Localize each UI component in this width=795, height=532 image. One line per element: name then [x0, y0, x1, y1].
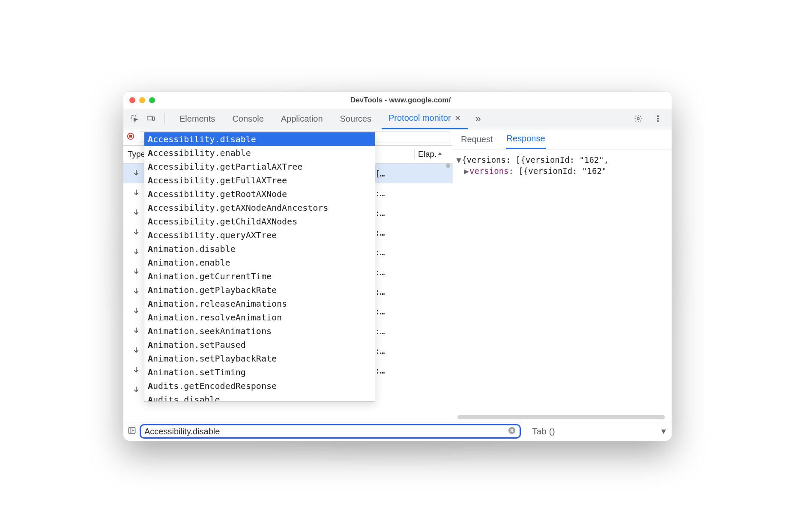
tab-protocol-monitor[interactable]: Protocol monitor ✕ — [382, 108, 468, 129]
arrow-down-icon — [132, 386, 140, 395]
horizontal-scrollbar[interactable] — [457, 415, 665, 419]
window-title: DevTools - www.google.com/ — [159, 96, 666, 105]
command-input-wrap — [140, 424, 521, 439]
autocomplete-item[interactable]: Animation.setPaused — [144, 338, 375, 352]
svg-point-5 — [658, 118, 659, 120]
footer-hint: Tab () — [532, 426, 656, 436]
tab-label: Protocol monitor — [389, 113, 451, 123]
response-tree[interactable]: ▼{versions: [{versionId: "162", ▶version… — [453, 150, 672, 422]
autocomplete-item[interactable]: Audits.disable — [144, 393, 375, 402]
arrow-down-icon — [132, 287, 140, 296]
autocomplete-item[interactable]: Animation.disable — [144, 242, 375, 256]
detail-pane: Request Response ▼{versions: [{versionId… — [453, 129, 672, 422]
tab-request[interactable]: Request — [460, 130, 494, 149]
autocomplete-item[interactable]: Accessibility.getPartialAXTree — [144, 160, 375, 173]
svg-rect-9 — [129, 427, 135, 433]
panel-tabs: Elements Console Application Sources Pro… — [173, 108, 628, 129]
autocomplete-item[interactable]: Accessibility.getChildAXNodes — [144, 215, 375, 228]
devtools-window: DevTools - www.google.com/ Elements Cons… — [123, 92, 672, 441]
autocomplete-item[interactable]: Animation.setPlaybackRate — [144, 352, 375, 365]
arrow-down-icon — [132, 169, 140, 178]
scroll-indicator[interactable] — [446, 164, 450, 168]
arrow-down-icon — [132, 228, 140, 237]
arrow-down-icon — [132, 346, 140, 356]
close-window-icon[interactable] — [129, 97, 135, 103]
svg-rect-8 — [129, 135, 132, 137]
chevron-down-icon[interactable]: ▼ — [660, 427, 667, 436]
gear-icon[interactable] — [632, 113, 644, 125]
kebab-menu-icon[interactable] — [652, 113, 664, 125]
maximize-window-icon[interactable] — [149, 97, 155, 103]
toolbar: Elements Console Application Sources Pro… — [123, 109, 672, 129]
autocomplete-item[interactable]: Accessibility.getAXNodeAndAncestors — [144, 201, 375, 215]
autocomplete-popup: Accessibility.disableAccessibility.enabl… — [144, 132, 375, 402]
tab-application[interactable]: Application — [274, 109, 330, 129]
autocomplete-item[interactable]: Accessibility.getRootAXNode — [144, 187, 375, 201]
drawer-toggle-icon[interactable] — [128, 426, 136, 436]
divider — [164, 113, 165, 124]
inspect-element-icon[interactable] — [129, 113, 140, 125]
svg-rect-1 — [147, 116, 152, 120]
record-icon[interactable] — [127, 132, 134, 142]
autocomplete-item[interactable]: Animation.seekAnimations — [144, 324, 375, 338]
svg-point-6 — [658, 121, 659, 122]
svg-point-4 — [658, 116, 659, 117]
tab-console[interactable]: Console — [225, 109, 270, 129]
autocomplete-item[interactable]: Animation.getCurrentTime — [144, 269, 375, 283]
autocomplete-item[interactable]: Accessibility.disable — [144, 132, 375, 146]
autocomplete-item[interactable]: Accessibility.getFullAXTree — [144, 173, 375, 187]
more-tabs-icon[interactable]: » — [471, 113, 485, 125]
arrow-down-icon — [132, 366, 140, 375]
detail-tabs: Request Response — [453, 129, 672, 150]
autocomplete-item[interactable]: Animation.setTiming — [144, 365, 375, 379]
command-bar: Tab () ▼ — [123, 422, 672, 441]
close-tab-icon[interactable]: ✕ — [454, 114, 461, 123]
arrow-down-icon — [132, 307, 140, 316]
arrow-down-icon — [132, 188, 140, 198]
protocol-log-pane: Type se Elap. ions":[…estId":…estId":…es… — [123, 129, 453, 422]
arrow-down-icon — [132, 326, 140, 336]
svg-point-3 — [637, 118, 640, 120]
autocomplete-item[interactable]: Audits.getEncodedResponse — [144, 379, 375, 393]
command-input[interactable] — [144, 427, 508, 436]
tab-sources[interactable]: Sources — [333, 109, 378, 129]
autocomplete-item[interactable]: Accessibility.enable — [144, 146, 375, 160]
device-toolbar-icon[interactable] — [145, 113, 157, 125]
autocomplete-item[interactable]: Animation.resolveAnimation — [144, 311, 375, 324]
autocomplete-item[interactable]: Animation.enable — [144, 256, 375, 269]
arrow-down-icon — [132, 208, 140, 218]
autocomplete-item[interactable]: Accessibility.queryAXTree — [144, 228, 375, 242]
tab-elements[interactable]: Elements — [173, 109, 222, 129]
col-elapsed[interactable]: Elap. — [414, 149, 453, 159]
svg-rect-2 — [152, 117, 154, 120]
tab-response[interactable]: Response — [506, 129, 546, 149]
titlebar: DevTools - www.google.com/ — [123, 92, 672, 109]
autocomplete-item[interactable]: Animation.getPlaybackRate — [144, 283, 375, 297]
autocomplete-item[interactable]: Animation.releaseAnimations — [144, 297, 375, 311]
arrow-down-icon — [132, 267, 140, 277]
clear-input-icon[interactable] — [508, 426, 516, 436]
minimize-window-icon[interactable] — [139, 97, 145, 103]
arrow-down-icon — [132, 248, 140, 257]
